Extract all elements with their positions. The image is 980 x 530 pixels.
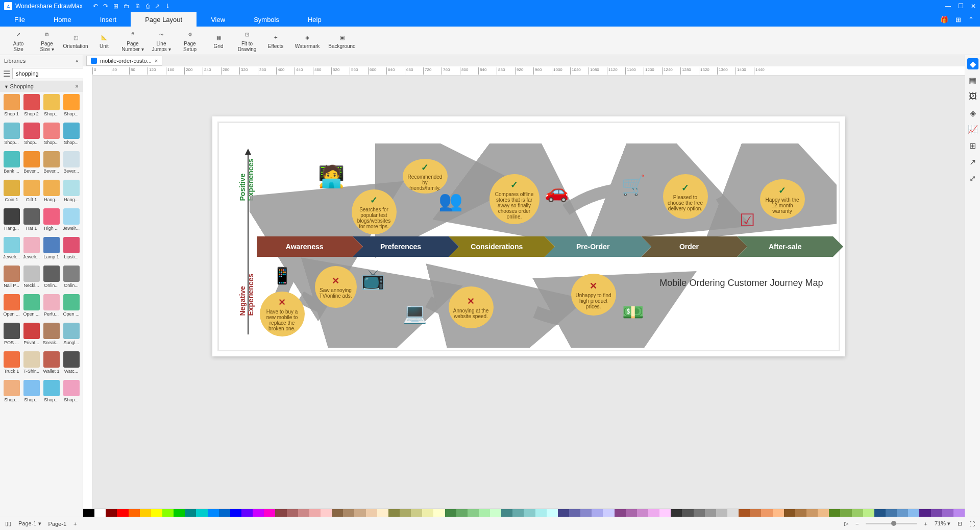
viewport[interactable]: PositiveExperiences NegativeExperiences	[92, 76, 965, 509]
palette-swatch[interactable]	[671, 509, 682, 517]
library-item[interactable]: Shop...	[62, 94, 81, 122]
palette-swatch[interactable]	[366, 509, 377, 517]
fullscreen-tool-icon[interactable]: ⤢	[967, 173, 978, 184]
library-item[interactable]: Lamp 1	[42, 237, 61, 264]
open-icon[interactable]: 🗀	[124, 3, 130, 10]
palette-swatch[interactable]	[479, 509, 490, 517]
palette-swatch[interactable]	[468, 509, 479, 517]
palette-swatch[interactable]	[547, 509, 558, 517]
palette-swatch[interactable]	[117, 509, 128, 517]
palette-swatch[interactable]	[840, 509, 851, 517]
bubble-compares[interactable]: ✓Compares offline stores that is far awa…	[489, 174, 540, 224]
palette-swatch[interactable]	[953, 509, 965, 517]
library-item[interactable]: Bank ...	[2, 151, 21, 179]
library-item[interactable]: Shop...	[2, 380, 21, 407]
table-tool-icon[interactable]: ⊞	[967, 140, 978, 151]
chart-tool-icon[interactable]: 📈	[967, 124, 978, 135]
collapse-ribbon-icon[interactable]: ⌃	[968, 16, 974, 23]
palette-swatch[interactable]	[648, 509, 659, 517]
library-item[interactable]: POS ...	[2, 323, 21, 350]
palette-swatch[interactable]	[332, 509, 343, 517]
fullscreen-icon[interactable]: ⛶	[969, 521, 975, 527]
export-icon[interactable]: ↗	[155, 3, 160, 10]
library-item[interactable]: Bever...	[62, 151, 81, 179]
image-tool-icon[interactable]: 🖼	[967, 91, 978, 102]
zoom-out-icon[interactable]: −	[855, 521, 859, 527]
fit-page-icon[interactable]: ⊡	[958, 520, 962, 527]
library-item[interactable]: Shop...	[42, 94, 61, 122]
menu-view[interactable]: View	[197, 12, 239, 27]
library-item[interactable]: Onlin...	[62, 266, 81, 293]
library-item[interactable]: Coin 1	[2, 180, 21, 207]
menu-page-layout[interactable]: Page Layout	[131, 12, 197, 27]
gift-icon[interactable]: 🎁	[940, 16, 948, 23]
palette-swatch[interactable]	[94, 509, 106, 517]
page-setup-button[interactable]: ⚙PageSetup	[176, 28, 204, 54]
stage-after-sale[interactable]: After-sale	[737, 236, 833, 257]
palette-swatch[interactable]	[196, 509, 207, 517]
palette-swatch[interactable]	[287, 509, 298, 517]
library-item[interactable]: Jewelr...	[2, 237, 21, 264]
library-item[interactable]: Wallet 1	[42, 351, 61, 379]
library-item[interactable]: Gift 1	[22, 180, 41, 207]
library-item[interactable]: Nail P...	[2, 266, 21, 293]
palette-swatch[interactable]	[298, 509, 309, 517]
page-nav-icon[interactable]: ▯▯	[5, 520, 11, 527]
new-icon[interactable]: ⊞	[113, 3, 118, 10]
bubble-warranty[interactable]: ✓Happy with the 12-month warranty	[760, 179, 805, 219]
palette-swatch[interactable]	[829, 509, 840, 517]
library-item[interactable]: Bever...	[42, 151, 61, 179]
library-item[interactable]: Lipsti...	[62, 237, 81, 264]
menu-help[interactable]: Help	[293, 12, 336, 27]
background-button[interactable]: ▣Background	[325, 28, 359, 54]
library-menu-icon[interactable]: ☰	[3, 68, 10, 79]
library-item[interactable]: Shop...	[22, 380, 41, 407]
library-item[interactable]: Jewelr...	[62, 208, 81, 236]
library-item[interactable]: Shop 1	[2, 94, 21, 122]
library-item[interactable]: Open ...	[2, 294, 21, 322]
palette-swatch[interactable]	[501, 509, 512, 517]
bubble-broken[interactable]: ✕Have to buy a new mobile to replace the…	[260, 292, 305, 336]
palette-swatch[interactable]	[931, 509, 942, 517]
bubble-delivery[interactable]: ✓Pleased to choose the free delivery opt…	[663, 174, 708, 219]
library-item[interactable]: Onlin...	[42, 266, 61, 293]
minimize-icon[interactable]: —	[945, 3, 951, 10]
palette-swatch[interactable]	[140, 509, 151, 517]
palette-swatch[interactable]	[727, 509, 739, 517]
palette-swatch[interactable]	[659, 509, 671, 517]
format-tool-icon[interactable]: ◆	[967, 58, 978, 69]
library-item[interactable]: Neckl...	[22, 266, 41, 293]
redo-icon[interactable]: ↷	[103, 3, 108, 10]
palette-swatch[interactable]	[83, 509, 94, 517]
effects-button[interactable]: ✦Effects	[261, 28, 290, 54]
page-size-button[interactable]: 🗎PageSize ▾	[33, 28, 61, 54]
palette-swatch[interactable]	[512, 509, 524, 517]
grid-button[interactable]: ▦Grid	[204, 28, 233, 54]
collapse-panel-icon[interactable]: «	[76, 58, 79, 64]
palette-swatch[interactable]	[343, 509, 354, 517]
export-tool-icon[interactable]: ↗	[967, 156, 978, 167]
fit-to-drawing-button[interactable]: ⊡Fit toDrawing	[233, 28, 261, 54]
palette-swatch[interactable]	[750, 509, 761, 517]
palette-swatch[interactable]	[445, 509, 456, 517]
library-item[interactable]: Shop 2	[22, 94, 41, 122]
palette-swatch[interactable]	[321, 509, 332, 517]
bubble-ads[interactable]: ✕Saw annoying TV/online ads.	[315, 266, 357, 308]
palette-swatch[interactable]	[377, 509, 388, 517]
palette-swatch[interactable]	[106, 509, 117, 517]
grid-tool-icon[interactable]: ▦	[967, 75, 978, 86]
zoom-level[interactable]: 71% ▾	[935, 520, 950, 527]
page-number-button[interactable]: #PageNumber ▾	[118, 28, 147, 54]
library-category[interactable]: ▼ Shopping ×	[0, 81, 83, 92]
close-tab-icon[interactable]: ×	[155, 58, 158, 64]
palette-swatch[interactable]	[219, 509, 230, 517]
palette-swatch[interactable]	[490, 509, 501, 517]
library-item[interactable]: Open ...	[22, 294, 41, 322]
palette-swatch[interactable]	[456, 509, 468, 517]
palette-swatch[interactable]	[818, 509, 829, 517]
palette-swatch[interactable]	[411, 509, 422, 517]
color-palette[interactable]	[83, 509, 965, 517]
qat-more-icon[interactable]: ⇂	[165, 3, 170, 10]
zoom-slider[interactable]	[866, 523, 917, 524]
palette-swatch[interactable]	[682, 509, 693, 517]
